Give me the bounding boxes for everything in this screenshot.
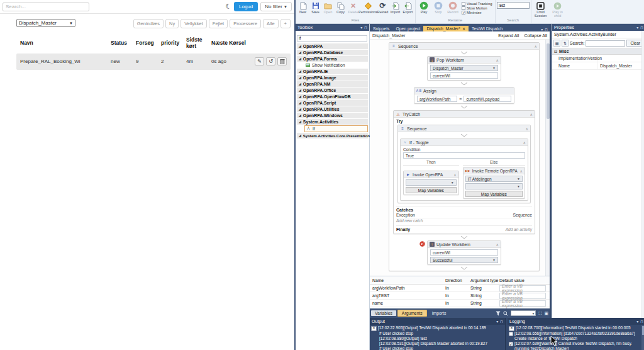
add-activity-link[interactable]: Add an activity [506,227,532,232]
col-naeste-korsel[interactable]: Næste Kørsel [211,40,250,47]
pop-workitem-queue-select[interactable]: Dispatch_Master▼ [430,65,498,71]
workflow-select[interactable]: Dispatch_Master ▼ [16,19,75,27]
stop-button[interactable]: Stop [431,1,445,14]
visual-tracking-option[interactable]: Visual Tracking [462,2,492,6]
play-button[interactable]: Play [417,1,431,14]
collapse-icon[interactable]: ∧ [530,112,533,116]
delete-button[interactable]: ✕ Delete [347,1,359,14]
activity-trycatch[interactable]: ⚠TryCatch∧ Try ≡Sequence∧ ⑂If - Toggle∧ [393,110,535,234]
delete-button[interactable] [277,57,287,65]
child-session-button[interactable]: Child Session [533,1,549,18]
toolbox-category-utilities[interactable]: ◢OpenRPA.Utilities [297,106,368,112]
toolbox-category-office[interactable]: ◢OpenRPA.Office [297,88,368,93]
toolbox-category-image[interactable]: ◢OpenRPA.Image [297,75,368,81]
minimize-option[interactable]: ✓ Minimize [462,11,492,14]
pin-icon[interactable]: ⊓ [640,319,643,324]
collapse-icon[interactable]: ∧ [526,127,528,131]
categorize-icon[interactable]: ▦ [553,40,560,47]
map-variables-button[interactable]: Map Variables [406,187,457,193]
property-row[interactable]: Name Dispatch_Master [552,62,644,70]
pin-icon[interactable]: ⊓ [640,25,643,30]
filter-dropdown[interactable]: No filter ▼ [260,2,292,11]
update-workitem-state-select[interactable]: Successful▼ [430,257,498,263]
col-navn[interactable]: Navn [20,40,111,47]
toolbox-category-system-activities[interactable]: ◢System.Activities [297,119,368,125]
default-value-field[interactable]: Enter a VB expression [499,300,546,307]
toolbox-category-ie[interactable]: ◢OpenRPA.IE [297,69,368,74]
collapse-icon[interactable]: ∧ [453,172,456,177]
col-priority[interactable]: priority [161,40,186,47]
collapse-icon[interactable]: ∧ [520,169,523,173]
window-position-icon[interactable]: ▾ [496,319,498,324]
all-filter-button[interactable]: Alle [263,19,279,28]
activity-sequence-root[interactable]: ≡Sequence∧ ⇣Pop Workitem∧ Dispatch_Maste… [389,42,540,271]
close-tab-icon[interactable]: ✕ [462,26,465,31]
assign-to-field[interactable]: argWorkflowPath [417,96,457,102]
export-button[interactable]: Export [402,1,414,14]
window-position-icon[interactable]: ▾ [541,27,543,31]
condition-field[interactable]: True [403,152,525,159]
reload-filter-button[interactable]: Genindlæs [133,19,164,28]
canvas-scrollbar[interactable] [545,40,550,276]
collapse-icon[interactable]: ∧ [523,140,526,145]
tab-dispatch-master[interactable]: Dispatch_Master* ✕ [423,26,469,31]
activity-invoke-openrpa[interactable]: ▶Invoke OpenRPA∧ ▼ Map Variables [403,171,459,195]
failed-filter-button[interactable]: Fejlet [209,19,228,28]
dark-mode-icon[interactable]: ☾ [225,3,231,10]
import-button[interactable]: Import [389,1,401,14]
toolbox-category-openflowdb[interactable]: ◢OpenRPA.OpenFlowDB [297,94,368,99]
window-position-icon[interactable]: ▾ [360,25,362,30]
logging-scrollbar[interactable] [641,325,644,350]
logout-button[interactable]: Logud [234,2,258,11]
edit-button[interactable]: ✎ [255,57,264,65]
retry-button[interactable]: ↺ [266,57,275,65]
assign-value-field[interactable]: currentWI.payload [464,96,511,102]
table-row[interactable]: Prepare_RAL_Booking_Wi new 9 2 4m 0s ago… [16,54,291,70]
collapse-icon[interactable]: ∧ [496,58,499,62]
remote-workflow-select[interactable]: ▼ [465,183,523,189]
pin-icon[interactable]: ⊓ [500,319,503,324]
collapse-all-button[interactable]: Collapse All [524,33,547,38]
overview-icon[interactable]: ▣ [544,311,548,316]
open-button[interactable]: Open [322,1,334,14]
properties-scrollbar[interactable] [641,31,644,318]
pop-workitem-result-field[interactable]: currentWI [430,72,498,79]
toolbox-category-core-presentation[interactable]: ◢System.Activities.Core.Presentation [297,133,368,138]
permissions-button[interactable]: Permissions [360,1,376,14]
search-input[interactable] [3,3,89,11]
activity-invoke-remote-openrpa[interactable]: ▶▶Invoke Remote OpenRPA∧ IT Afdelingen▼ … [463,167,525,199]
fit-to-screen-icon[interactable]: ⛶ [538,311,541,316]
add-new-catch-link[interactable]: Add new catch [396,218,532,223]
map-variables-button[interactable]: Map Variables [465,191,523,197]
default-value-field[interactable]: Enter a VB expression [499,285,546,291]
col-sidste-kort[interactable]: Sidste kørt [186,37,211,50]
expand-all-button[interactable]: Expand All [498,33,519,38]
collapse-icon[interactable]: ∧ [535,44,537,48]
activity-if-toggle[interactable]: ⑂If - Toggle∧ Condition True Then [400,138,528,201]
toolbox-category-forms[interactable]: ◢OpenRPA.Forms [297,56,368,62]
exception-handler[interactable]: Sequence [513,213,532,217]
default-value-field[interactable]: Enter a VB expression [499,293,546,299]
magnifier-icon[interactable] [503,311,508,316]
tab-testwi-dispatch[interactable]: TestWI Dispatch [469,26,506,31]
col-status[interactable]: Status [111,40,136,47]
toolbox-category-database[interactable]: ◢OpenRPA.Database [297,50,368,55]
pin-icon[interactable]: ⊓ [545,27,548,31]
tab-open-project[interactable]: Open project [392,26,423,31]
activity-inner-sequence[interactable]: ≡Sequence∧ ⑂If - Toggle∧ Condition True [397,125,531,203]
processing-filter-button[interactable]: Processere [230,19,261,28]
clear-logging-button[interactable]: X [509,326,514,331]
record-button[interactable]: Record [446,1,460,14]
update-workitem-field[interactable]: currentWI [430,249,498,256]
funnel-icon[interactable] [496,311,501,316]
toolbox-category-windows[interactable]: ◢OpenRPA.Windows [297,113,368,118]
zoom-select[interactable]: ▼ [511,310,536,316]
reload-button[interactable]: ⟳ Reload [377,1,389,14]
imports-tab[interactable]: Imports [428,310,450,316]
activity-pop-workitem[interactable]: ⇣Pop Workitem∧ Dispatch_Master▼ currentW… [427,56,501,81]
arguments-tab[interactable]: Arguments [397,310,427,317]
checkbox-icon[interactable] [509,332,513,336]
add-button[interactable]: + [280,19,291,28]
remote-target-select[interactable]: IT Afdelingen▼ [465,176,523,182]
toolbox-filter-input[interactable] [297,35,367,42]
